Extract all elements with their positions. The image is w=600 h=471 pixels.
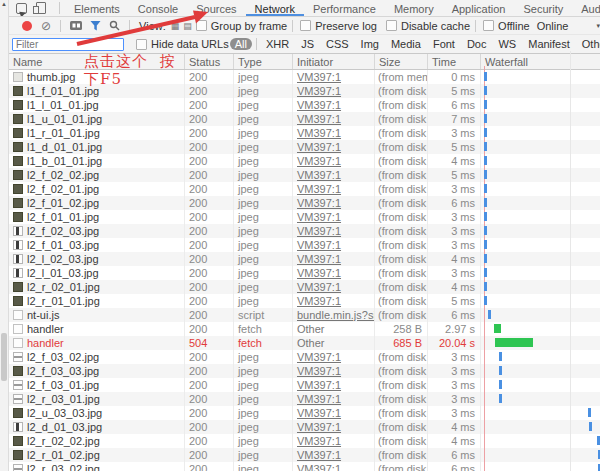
table-row[interactable]: l1_f_01_01.jpg200jpegVM397:1(from disk ……	[9, 84, 600, 98]
throttling-select[interactable]: Online	[537, 20, 569, 32]
table-row[interactable]: l2_r_02_02.jpg200jpegVM397:1(from disk ……	[9, 434, 600, 448]
initiator-link[interactable]: VM397:1	[297, 449, 341, 461]
chevron-down-icon[interactable]: ▾	[596, 22, 600, 30]
page-scrollbar[interactable]: ▲	[0, 0, 9, 471]
initiator-link[interactable]: VM397:1	[297, 85, 341, 97]
table-row[interactable]: handler504fetchOther685 B20.04 s	[9, 336, 600, 350]
table-row[interactable]: l2_l_02_03.jpg200jpegVM397:1(from disk ……	[9, 252, 600, 266]
initiator-link[interactable]: bundle.min.js?siteid=…	[297, 309, 374, 321]
filter-pill-all[interactable]: All	[230, 38, 252, 50]
initiator-link[interactable]: VM397:1	[297, 463, 341, 471]
tab-sources[interactable]: Sources	[187, 1, 245, 16]
initiator-link[interactable]: VM397:1	[297, 421, 341, 433]
initiator-link[interactable]: VM397:1	[297, 211, 341, 223]
table-row[interactable]: l2_r_01_02.jpg200jpegVM397:1(from disk ……	[9, 448, 600, 462]
filter-input[interactable]	[12, 38, 124, 51]
tab-memory[interactable]: Memory	[385, 1, 443, 16]
filter-pill-doc[interactable]: Doc	[462, 38, 492, 50]
filter-pill-ws[interactable]: WS	[493, 38, 521, 50]
filter-pill-xhr[interactable]: XHR	[261, 38, 294, 50]
table-row[interactable]: l2_l_01_03.jpg200jpegVM397:1(from disk ……	[9, 266, 600, 280]
tab-application[interactable]: Application	[443, 1, 515, 16]
table-row[interactable]: l2_u_03_03.jpg200jpegVM397:1(from disk ……	[9, 406, 600, 420]
tab-audits[interactable]: Audits	[572, 1, 600, 16]
table-row[interactable]: l1_l_01_01.jpg200jpegVM397:1(from disk ……	[9, 98, 600, 112]
table-row[interactable]: l2_f_03_02.jpg200jpegVM397:1(from disk ……	[9, 350, 600, 364]
table-row[interactable]: l2_f_01_02.jpg200jpegVM397:1(from disk ……	[9, 196, 600, 210]
table-row[interactable]: l2_d_01_03.jpg200jpegVM397:1(from disk ……	[9, 420, 600, 434]
table-row[interactable]: l1_d_01_01.jpg200jpegVM397:1(from disk ……	[9, 140, 600, 154]
column-header-waterfall[interactable]: Waterfall	[480, 54, 600, 69]
offline-checkbox[interactable]	[483, 20, 494, 31]
group-by-frame-checkbox[interactable]	[196, 20, 207, 31]
filter-icon[interactable]	[90, 20, 101, 31]
column-header-type[interactable]: Type	[233, 54, 292, 69]
initiator-link[interactable]: VM397:1	[297, 197, 341, 209]
column-header-status[interactable]: Status	[184, 54, 233, 69]
filter-pill-font[interactable]: Font	[428, 38, 460, 50]
table-row[interactable]: l1_u_01_01.jpg200jpegVM397:1(from disk ……	[9, 112, 600, 126]
device-toolbar-icon[interactable]	[36, 2, 46, 14]
table-row[interactable]: thumb.jpg200jpegVM397:1(from mem…0 ms	[9, 70, 600, 84]
scrollbar-thumb[interactable]	[1, 333, 7, 381]
filter-pill-manifest[interactable]: Manifest	[523, 38, 575, 50]
filter-pill-js[interactable]: JS	[296, 38, 319, 50]
initiator-link[interactable]: VM397:1	[297, 351, 341, 363]
initiator-link[interactable]: VM397:1	[297, 281, 341, 293]
table-row[interactable]: l2_f_03_03.jpg200jpegVM397:1(from disk ……	[9, 364, 600, 378]
table-row[interactable]: l2_f_03_01.jpg200jpegVM397:1(from disk ……	[9, 378, 600, 392]
initiator-link[interactable]: VM397:1	[297, 155, 341, 167]
tab-elements[interactable]: Elements	[65, 1, 129, 16]
tab-console[interactable]: Console	[129, 1, 187, 16]
record-button[interactable]	[22, 21, 32, 31]
view-grid-icon[interactable]: ▦	[171, 21, 180, 31]
table-row[interactable]: l2_f_02_01.jpg200jpegVM397:1(from disk ……	[9, 182, 600, 196]
initiator-link[interactable]: VM397:1	[297, 295, 341, 307]
initiator-link[interactable]: VM397:1	[297, 183, 341, 195]
tab-performance[interactable]: Performance	[304, 1, 385, 16]
table-row[interactable]: l2_r_03_02.jpg200jpegVM397:1(from disk ……	[9, 462, 600, 471]
hide-data-urls-checkbox[interactable]	[136, 39, 147, 50]
initiator-link[interactable]: VM397:1	[297, 379, 341, 391]
table-row[interactable]: l2_r_02_01.jpg200jpegVM397:1(from disk ……	[9, 280, 600, 294]
initiator-link[interactable]: VM397:1	[297, 267, 341, 279]
table-row[interactable]: l2_f_01_03.jpg200jpegVM397:1(from disk ……	[9, 238, 600, 252]
inspect-element-icon[interactable]	[16, 3, 27, 14]
table-row[interactable]: l2_r_01_01.jpg200jpegVM397:1(from disk ……	[9, 294, 600, 308]
disable-cache-checkbox[interactable]	[386, 20, 397, 31]
scrollbar-up-arrow[interactable]: ▲	[0, 0, 8, 9]
column-header-initiator[interactable]: Initiator	[292, 54, 374, 69]
initiator-link[interactable]: VM397:1	[297, 253, 341, 265]
search-icon[interactable]	[109, 20, 120, 31]
clear-icon[interactable]: ⊘	[41, 20, 51, 32]
initiator-link[interactable]: VM397:1	[297, 365, 341, 377]
table-row[interactable]: l2_r_03_01.jpg200jpegVM397:1(from disk ……	[9, 392, 600, 406]
table-row[interactable]: handler200fetchOther258 B2.97 s	[9, 322, 600, 336]
capture-screenshots-icon[interactable]	[70, 21, 82, 30]
initiator-link[interactable]: VM397:1	[297, 407, 341, 419]
column-header-size[interactable]: Size	[374, 54, 427, 69]
table-row[interactable]: l2_f_02_02.jpg200jpegVM397:1(from disk ……	[9, 168, 600, 182]
initiator-link[interactable]: VM397:1	[297, 239, 341, 251]
initiator-link[interactable]: VM397:1	[297, 141, 341, 153]
filter-pill-css[interactable]: CSS	[321, 38, 354, 50]
table-row[interactable]: l1_b_01_01.jpg200jpegVM397:1(from disk ……	[9, 154, 600, 168]
preserve-log-checkbox[interactable]	[300, 20, 311, 31]
table-row[interactable]: l1_r_01_01.jpg200jpegVM397:1(from disk ……	[9, 126, 600, 140]
view-list-icon[interactable]: ▤	[183, 21, 192, 31]
tab-security[interactable]: Security	[514, 1, 572, 16]
tab-network[interactable]: Network	[246, 1, 304, 16]
filter-pill-media[interactable]: Media	[386, 38, 426, 50]
initiator-link[interactable]: VM397:1	[297, 225, 341, 237]
filter-pill-img[interactable]: Img	[356, 38, 384, 50]
column-header-time[interactable]: Time	[427, 54, 480, 69]
table-row[interactable]: nt-ui.js200scriptbundle.min.js?siteid=…(…	[9, 308, 600, 322]
initiator-link[interactable]: VM397:1	[297, 169, 341, 181]
initiator-link[interactable]: VM397:1	[297, 127, 341, 139]
column-header-name[interactable]: Name	[9, 54, 184, 69]
table-row[interactable]: l2_f_02_03.jpg200jpegVM397:1(from disk ……	[9, 224, 600, 238]
filter-pill-other[interactable]: Other	[577, 38, 600, 50]
initiator-link[interactable]: VM397:1	[297, 71, 341, 83]
initiator-link[interactable]: VM397:1	[297, 435, 341, 447]
initiator-link[interactable]: VM397:1	[297, 393, 341, 405]
